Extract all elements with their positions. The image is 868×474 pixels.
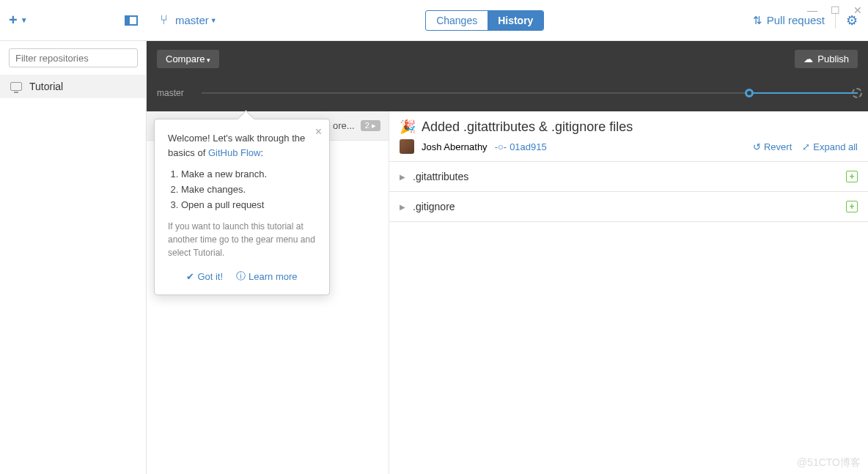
learn-more-label: Learn more: [249, 271, 297, 282]
sidebar-item-tutorial[interactable]: Tutorial: [0, 75, 146, 98]
revert-button[interactable]: ↺ Revert: [753, 141, 792, 152]
compare-button[interactable]: Compare: [157, 50, 219, 68]
tada-icon: 🎉: [400, 119, 416, 135]
popover-intro: Welcome! Let's walk through the basics o…: [168, 131, 316, 160]
monitor-icon: [10, 82, 22, 91]
file-count-badge: 2 ▸: [361, 120, 380, 131]
commit-sha-link[interactable]: -○- 01ad915: [495, 141, 547, 152]
close-icon[interactable]: ×: [315, 125, 322, 138]
github-flow-link[interactable]: GitHub Flow: [208, 147, 261, 158]
window-minimize[interactable]: —: [807, 4, 817, 16]
step-3: Open a pull request: [181, 198, 316, 213]
tab-changes[interactable]: Changes: [426, 11, 488, 30]
branch-name: master: [175, 14, 209, 26]
added-icon: +: [846, 201, 858, 212]
commit-title: Added .gitattributes & .gitignore files: [422, 119, 633, 135]
file-name: .gitattributes: [413, 171, 468, 182]
tutorial-popover: × Welcome! Let's walk through the basics…: [154, 119, 330, 295]
file-row[interactable]: ▶ .gitignore +: [389, 192, 868, 222]
tab-history[interactable]: History: [488, 11, 543, 30]
add-repo-button[interactable]: +▼: [9, 12, 28, 29]
popover-hint: If you want to launch this tutorial at a…: [168, 220, 316, 259]
chevron-right-icon: ▶: [400, 203, 405, 211]
filter-repos-input[interactable]: [9, 48, 138, 67]
step-1: Make a new branch.: [181, 167, 316, 182]
cloud-upload-icon: ☁: [803, 53, 813, 64]
author-avatar: [400, 139, 414, 154]
commit-partial-text: ore...: [333, 120, 355, 131]
author-name: Josh Abernathy: [422, 141, 488, 152]
tutorial-steps: Make a new branch. Make changes. Open a …: [181, 167, 316, 212]
timeline-progress: [754, 92, 858, 94]
branch-icon: ⑂: [160, 12, 168, 28]
window-maximize[interactable]: ☐: [831, 4, 840, 16]
window-close[interactable]: ✕: [853, 4, 862, 16]
expand-all-button[interactable]: ⤢ Expand all: [802, 141, 858, 152]
learn-more-button[interactable]: ⓘ Learn more: [236, 270, 297, 283]
revert-label: Revert: [764, 141, 792, 152]
watermark: @51CTO博客: [797, 456, 861, 470]
got-it-button[interactable]: ✔ Got it!: [186, 270, 223, 283]
branch-selector[interactable]: ⑂ master ▼: [147, 12, 217, 28]
view-tabs: Changes History: [425, 10, 544, 31]
expand-label: Expand all: [813, 141, 858, 152]
timeline-commit-dot[interactable]: [745, 89, 754, 97]
got-it-label: Got it!: [197, 271, 223, 282]
timeline-track[interactable]: [202, 92, 858, 94]
file-row[interactable]: ▶ .gitattributes +: [389, 161, 868, 192]
timeline-head-marker[interactable]: [852, 88, 862, 98]
pull-request-icon: ⇅: [753, 14, 762, 27]
step-2: Make changes.: [181, 182, 316, 198]
publish-label: Publish: [817, 53, 849, 64]
repo-label: Tutorial: [29, 81, 63, 92]
file-name: .gitignore: [413, 201, 455, 212]
added-icon: +: [846, 171, 858, 182]
timeline-branch-label: master: [157, 88, 184, 98]
publish-button[interactable]: ☁ Publish: [795, 50, 858, 68]
toggle-sidebar-icon[interactable]: [125, 15, 138, 26]
chevron-right-icon: ▶: [400, 173, 405, 181]
chevron-down-icon: ▼: [210, 17, 217, 24]
commit-sha: 01ad915: [510, 141, 547, 152]
